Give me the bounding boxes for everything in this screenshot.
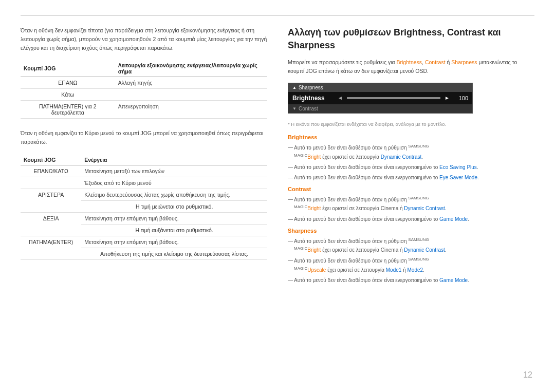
osd-arrow-right-icon: ► xyxy=(445,95,450,101)
osd-footer-label: Contrast xyxy=(299,106,318,111)
jog-table-1: Κουμπί JOG Λειτουργία εξοικονόμησης ενέρ… xyxy=(21,60,267,119)
osd-arrow-left-icon: ◄ xyxy=(338,95,343,101)
top-divider xyxy=(21,15,534,16)
sharpness-bullet-3: Αυτό το μενού δεν είναι διαθέσιμο όταν ε… xyxy=(288,276,534,285)
t2r2c2: Έξοδος από το Κύριο μενού xyxy=(81,177,267,189)
table2-col1-header: Κουμπί JOG xyxy=(21,155,81,165)
chevron-down-icon: ▼ xyxy=(292,106,297,111)
sharpness-section-heading: Sharpness xyxy=(288,228,534,234)
table1-row2-col1: Κάτω xyxy=(21,89,115,101)
table-row: ΕΠΑΝΩ/ΚΑΤΩ Μετακίνηση μεταξύ των επιλογώ… xyxy=(21,165,267,177)
t2r7c2: Μετακίνηση στην επόμενη τιμή βάθους. xyxy=(81,236,267,248)
table1-row3-col2: Απενεργοποίηση xyxy=(115,101,267,119)
jog-table-2: Κουμπί JOG Ενέργεια ΕΠΑΝΩ/ΚΑΤΩ Μετακίνησ… xyxy=(21,155,267,260)
osd-header-label: Sharpness xyxy=(299,85,323,90)
right-title: Αλλαγή των ρυθμίσεων Brightness, Contras… xyxy=(288,26,534,52)
table2-col2-header: Ενέργεια xyxy=(81,155,267,165)
t2r5c1: ΔΕΞΙΑ xyxy=(21,212,81,236)
table-row: ΔΕΞΙΑ Μετακίνηση στην επόμενη τιμή βάθου… xyxy=(21,212,267,224)
contrast-link: Contrast xyxy=(425,59,446,65)
t2r6c2: Η τιμή αυξάνεται στο ρυθμιστικό. xyxy=(81,224,267,236)
contrast-bullet-1: Αυτό το μενού δεν είναι διαθέσιμο όταν η… xyxy=(288,195,534,213)
dynamic-contrast-link-3: Dynamic Contrast xyxy=(404,247,445,253)
table-row: Κάτω xyxy=(21,89,267,101)
mode1-link: Mode1 xyxy=(386,267,402,273)
table-row: ΠΑΤΗΜΑ(ENTER) για 2 δευτερόλεπτα Απενεργ… xyxy=(21,101,267,119)
t2r3c1: ΑΡΙΣΤΕΡΑ xyxy=(21,189,81,212)
sharpness-bullet-1: Αυτό το μενού δεν είναι διαθέσιμο όταν η… xyxy=(288,237,534,255)
osd-slider-fill xyxy=(347,97,440,99)
t2r3c2: Κλείσιμο δευτερεύουσας λίστας χωρίς αποθ… xyxy=(81,189,267,200)
bright-link-2: Bright xyxy=(307,206,321,212)
osd-brightness-label: Brightness xyxy=(292,95,334,102)
table1-col2-header: Λειτουργία εξοικονόμησης ενέργειας/Λειτο… xyxy=(115,60,267,77)
contrast-section-heading: Contrast xyxy=(288,186,534,192)
t2r1c2: Μετακίνηση μεταξύ των επιλογών xyxy=(81,165,267,177)
chevron-up-icon: ▲ xyxy=(292,85,297,90)
osd-header: ▲ Sharpness xyxy=(288,83,472,92)
table-row: ΑΡΙΣΤΕΡΑ Κλείσιμο δευτερεύουσας λίστας χ… xyxy=(21,189,267,200)
contrast-bullet-2: Αυτό το μενού δεν είναι διαθέσιμο όταν ε… xyxy=(288,215,534,223)
upscale-link: Upscale xyxy=(307,267,326,273)
osd-brightness-row: Brightness ◄ ► 100 xyxy=(288,92,472,104)
eco-saving-link: Eco Saving Plus xyxy=(439,164,477,170)
osd-value: 100 xyxy=(454,95,468,101)
brightness-link: Brightness xyxy=(396,59,422,65)
t2r2c1 xyxy=(21,177,81,189)
sharpness-link: Sharpness xyxy=(451,59,477,65)
table-row: ΠΑΤΗΜΑ(ENTER) Μετακίνηση στην επόμενη τι… xyxy=(21,236,267,248)
table1-col1-header: Κουμπί JOG xyxy=(21,60,115,77)
brightness-section-heading: Brightness xyxy=(288,134,534,140)
osd-slider-track xyxy=(347,97,440,99)
right-column: Αλλαγή των ρυθμίσεων Brightness, Contras… xyxy=(288,26,534,287)
right-intro: Μπορείτε να προσαρμόσετε τις ρυθμίσεις γ… xyxy=(288,58,534,76)
game-mode-link-2: Game Mode xyxy=(439,277,468,283)
brightness-bullet-3: Αυτό το μενού δεν είναι διαθέσιμο όταν ε… xyxy=(288,174,534,182)
t2r8c2: Αποθήκευση της τιμής και κλείσιμο της δε… xyxy=(81,248,267,259)
page-number: 12 xyxy=(523,370,532,380)
mode2-link: Mode2 xyxy=(407,267,423,273)
t2r5c2: Μετακίνηση στην επόμενη τιμή βάθους. xyxy=(81,212,267,224)
sharpness-bullet-2: Αυτό το μενού δεν είναι διαθέσιμο όταν η… xyxy=(288,256,534,274)
table1-row1-col1: ΕΠΑΝΩ xyxy=(21,77,115,89)
game-mode-link-1: Game Mode xyxy=(439,216,468,222)
table1-row3-col1: ΠΑΤΗΜΑ(ENTER) για 2 δευτερόλεπτα xyxy=(21,101,115,119)
brightness-bullet-1: Αυτό το μενού δεν είναι διαθέσιμο όταν η… xyxy=(288,143,534,161)
dynamic-contrast-link-2: Dynamic Contrast xyxy=(404,206,445,212)
bright-link-3: Bright xyxy=(307,247,321,253)
t2r1c1: ΕΠΑΝΩ/ΚΑΤΩ xyxy=(21,165,81,177)
left-mid-text: Όταν η οθόνη εμφανίζει το Κύριο μενού το… xyxy=(21,129,267,146)
dynamic-contrast-link-1: Dynamic Contrast xyxy=(381,154,421,160)
table-row: Έξοδος από το Κύριο μενού xyxy=(21,177,267,189)
page-layout: Όταν η οθόνη δεν εμφανίζει τίποτα (για π… xyxy=(21,26,534,287)
t2r7c1: ΠΑΤΗΜΑ(ENTER) xyxy=(21,236,81,259)
osd-footer: ▼ Contrast xyxy=(288,104,472,113)
table1-row1-col2: Αλλαγή πηγής xyxy=(115,77,267,89)
osd-box: ▲ Sharpness Brightness ◄ ► 100 ▼ Contras… xyxy=(288,83,473,114)
left-column: Όταν η οθόνη δεν εμφανίζει τίποτα (για π… xyxy=(21,26,267,287)
t2r4c2: Η τιμή μειώνεται στο ρυθμιστικό. xyxy=(81,200,267,212)
footnote: Η εικόνα που εμφανίζεται ενδέχεται να δι… xyxy=(288,121,534,128)
bright-link-1: Bright xyxy=(307,154,321,160)
table-row: ΕΠΑΝΩ Αλλαγή πηγής xyxy=(21,77,267,89)
left-intro-text: Όταν η οθόνη δεν εμφανίζει τίποτα (για π… xyxy=(21,26,267,52)
brightness-bullet-2: Αυτό το μενού δεν είναι διαθέσιμο όταν ε… xyxy=(288,163,534,172)
eye-saver-link: Eye Saver Mode xyxy=(439,175,477,180)
table1-row2-col2 xyxy=(115,89,267,101)
